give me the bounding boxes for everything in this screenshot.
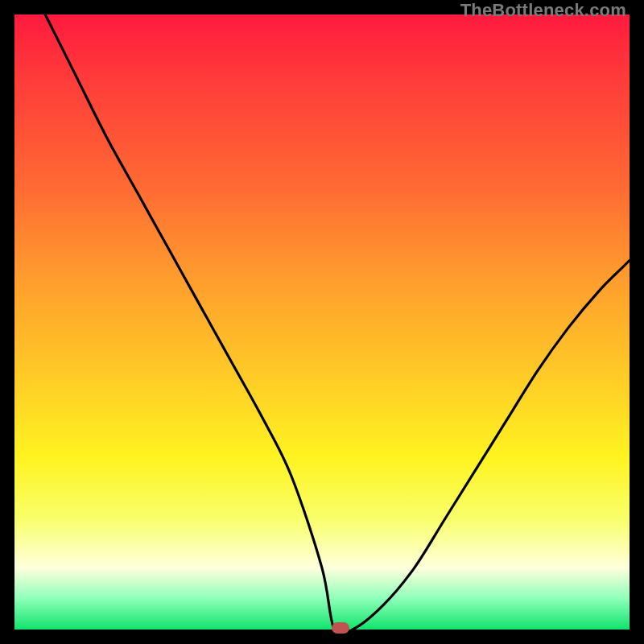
chart-plot-area bbox=[14, 14, 630, 630]
minimum-marker bbox=[332, 622, 349, 634]
watermark-text: TheBottleneck.com bbox=[460, 0, 626, 21]
bottleneck-curve-path bbox=[45, 14, 630, 630]
bottleneck-curve bbox=[14, 14, 630, 630]
chart-frame: TheBottleneck.com bbox=[0, 0, 644, 644]
